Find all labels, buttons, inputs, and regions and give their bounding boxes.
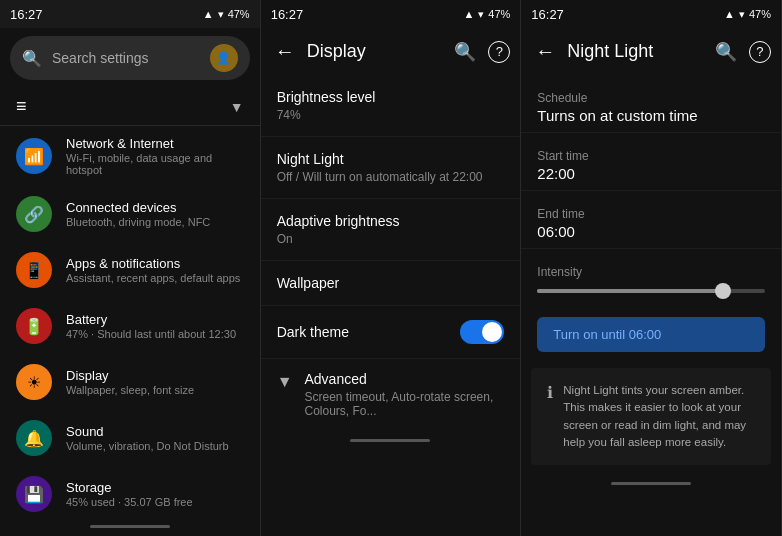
settings-list: 📶 Network & Internet Wi-Fi, mobile, data…	[0, 126, 260, 516]
search-icon-display[interactable]: 🔍	[450, 37, 480, 67]
setting-title-apps: Apps & notifications	[66, 256, 244, 271]
wallpaper-item[interactable]: Wallpaper	[261, 261, 521, 306]
bottom-bar-1	[0, 516, 260, 536]
intensity-slider-fill	[537, 289, 719, 293]
status-icons-3: ▲ ▾ 47%	[724, 8, 771, 21]
settings-panel: 16:27 ▲ ▾ 47% 🔍 Search settings 👤 ≡ ▼ 📶 …	[0, 0, 261, 536]
bottom-bar-3	[521, 473, 781, 493]
search-icon: 🔍	[22, 49, 42, 68]
setting-icon-sound: 🔔	[16, 420, 52, 456]
settings-item-apps[interactable]: 📱 Apps & notifications Assistant, recent…	[0, 242, 260, 298]
setting-subtitle-sound: Volume, vibration, Do Not Disturb	[66, 440, 244, 452]
setting-icon-display: ☀	[16, 364, 52, 400]
battery-icon-2: 47%	[488, 8, 510, 20]
status-icons-2: ▲ ▾ 47%	[463, 8, 510, 21]
setting-title-sound: Sound	[66, 424, 244, 439]
collapse-row[interactable]: ≡ ▼	[0, 88, 260, 126]
brightness-title: Brightness level	[277, 89, 505, 105]
advanced-item[interactable]: ▼ Advanced Screen timeout, Auto-rotate s…	[261, 359, 521, 430]
nightlight-item[interactable]: Night Light Off / Will turn on automatic…	[261, 137, 521, 199]
setting-title-storage: Storage	[66, 480, 244, 495]
toggle-knob	[482, 322, 502, 342]
settings-item-battery[interactable]: 🔋 Battery 47% · Should last until about …	[0, 298, 260, 354]
darktheme-title: Dark theme	[277, 324, 349, 340]
search-placeholder: Search settings	[52, 50, 200, 66]
status-icons-1: ▲ ▾ 47%	[203, 8, 250, 21]
settings-item-display[interactable]: ☀ Display Wallpaper, sleep, font size	[0, 354, 260, 410]
status-time-3: 16:27	[531, 7, 564, 22]
setting-icon-network: 📶	[16, 138, 52, 174]
search-bar[interactable]: 🔍 Search settings 👤	[10, 36, 250, 80]
advanced-title: Advanced	[305, 371, 505, 387]
status-bar-1: 16:27 ▲ ▾ 47%	[0, 0, 260, 28]
avatar: 👤	[210, 44, 238, 72]
back-button-display[interactable]: ←	[271, 36, 299, 67]
nightlight-value: Off / Will turn on automatically at 22:0…	[277, 170, 505, 184]
signal-icon-3: ▲	[724, 8, 735, 20]
status-bar-2: 16:27 ▲ ▾ 47%	[261, 0, 521, 28]
battery-icon-3: 47%	[749, 8, 771, 20]
info-text: Night Light tints your screen amber. Thi…	[563, 382, 755, 451]
nightlight-title: Night Light	[567, 41, 703, 62]
turn-on-button[interactable]: Turn on until 06:00	[537, 317, 765, 352]
setting-subtitle-storage: 45% used · 35.07 GB free	[66, 496, 244, 508]
intensity-slider-thumb[interactable]	[715, 283, 731, 299]
back-button-nightlight[interactable]: ←	[531, 36, 559, 67]
wallpaper-title: Wallpaper	[277, 275, 505, 291]
advanced-subtitle: Screen timeout, Auto-rotate screen, Colo…	[305, 390, 505, 418]
battery-icon: 47%	[228, 8, 250, 20]
schedule-value: Turns on at custom time	[537, 107, 765, 124]
bottom-line-1	[90, 525, 170, 528]
schedule-section[interactable]: Schedule Turns on at custom time	[521, 75, 781, 133]
status-bar-3: 16:27 ▲ ▾ 47%	[521, 0, 781, 28]
setting-subtitle-battery: 47% · Should last until about 12:30	[66, 328, 244, 340]
display-header: ← Display 🔍 ?	[261, 28, 521, 75]
start-time-value: 22:00	[537, 165, 765, 182]
intensity-slider-track[interactable]	[537, 289, 765, 293]
help-icon-nightlight[interactable]: ?	[749, 41, 771, 63]
status-time-2: 16:27	[271, 7, 304, 22]
setting-subtitle-display: Wallpaper, sleep, font size	[66, 384, 244, 396]
setting-title-display: Display	[66, 368, 244, 383]
end-time-section[interactable]: End time 06:00	[521, 191, 781, 249]
setting-title-network: Network & Internet	[66, 136, 244, 151]
chevron-up-icon: ▼	[230, 99, 244, 115]
adaptive-value: On	[277, 232, 505, 246]
darktheme-item[interactable]: Dark theme	[261, 306, 521, 359]
settings-item-sound[interactable]: 🔔 Sound Volume, vibration, Do Not Distur…	[0, 410, 260, 466]
adaptive-item[interactable]: Adaptive brightness On	[261, 199, 521, 261]
nightlight-panel: 16:27 ▲ ▾ 47% ← Night Light 🔍 ? Schedule…	[521, 0, 782, 536]
display-title: Display	[307, 41, 443, 62]
search-icon-nightlight[interactable]: 🔍	[711, 37, 741, 67]
bottom-line-3	[611, 482, 691, 485]
brightness-value: 74%	[277, 108, 505, 122]
setting-icon-apps: 📱	[16, 252, 52, 288]
chevron-down-icon: ▼	[277, 373, 293, 391]
setting-icon-battery: 🔋	[16, 308, 52, 344]
settings-item-connected[interactable]: 🔗 Connected devices Bluetooth, driving m…	[0, 186, 260, 242]
settings-item-network[interactable]: 📶 Network & Internet Wi-Fi, mobile, data…	[0, 126, 260, 186]
schedule-label: Schedule	[537, 91, 765, 105]
setting-subtitle-network: Wi-Fi, mobile, data usage and hotspot	[66, 152, 244, 176]
info-icon: ℹ	[547, 383, 553, 402]
adaptive-title: Adaptive brightness	[277, 213, 505, 229]
wifi-icon-2: ▾	[478, 8, 484, 21]
status-time-1: 16:27	[10, 7, 43, 22]
settings-item-storage[interactable]: 💾 Storage 45% used · 35.07 GB free	[0, 466, 260, 516]
brightness-item[interactable]: Brightness level 74%	[261, 75, 521, 137]
intensity-label: Intensity	[537, 265, 765, 279]
setting-title-connected: Connected devices	[66, 200, 244, 215]
display-panel: 16:27 ▲ ▾ 47% ← Display 🔍 ? Brightness l…	[261, 0, 522, 536]
help-icon-display[interactable]: ?	[488, 41, 510, 63]
start-time-section[interactable]: Start time 22:00	[521, 133, 781, 191]
nightlight-title: Night Light	[277, 151, 505, 167]
darktheme-toggle[interactable]	[460, 320, 504, 344]
setting-icon-connected: 🔗	[16, 196, 52, 232]
nightlight-header: ← Night Light 🔍 ?	[521, 28, 781, 75]
wifi-icon: ▾	[218, 8, 224, 21]
setting-subtitle-apps: Assistant, recent apps, default apps	[66, 272, 244, 284]
end-time-value: 06:00	[537, 223, 765, 240]
setting-title-battery: Battery	[66, 312, 244, 327]
signal-icon: ▲	[203, 8, 214, 20]
signal-icon-2: ▲	[463, 8, 474, 20]
